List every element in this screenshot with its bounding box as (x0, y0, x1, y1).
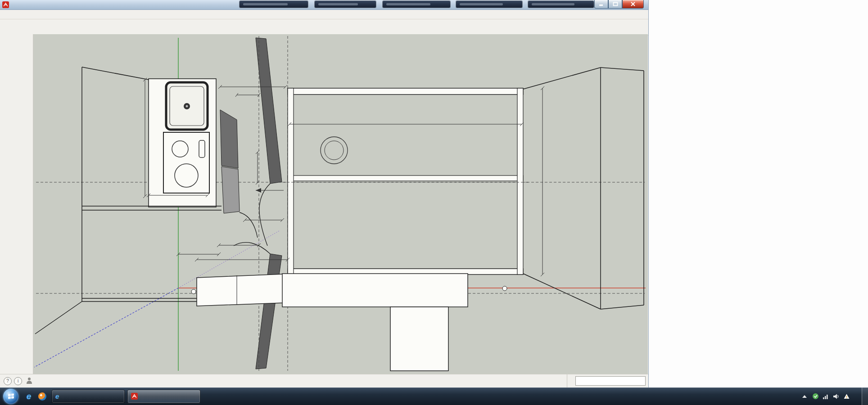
menu-bar (0, 10, 648, 19)
close-button[interactable] (622, 0, 644, 9)
background-window-tab (528, 1, 594, 8)
bed-frame (288, 88, 523, 274)
windows-flag-icon (8, 393, 14, 399)
menu-tools[interactable] (33, 14, 40, 15)
browser-icon[interactable] (36, 390, 48, 403)
speaker-cabinet (163, 82, 209, 193)
menu-camera[interactable] (21, 14, 27, 15)
measurement-input[interactable] (575, 376, 646, 386)
viewport[interactable] (33, 34, 648, 374)
menu-window[interactable] (40, 14, 46, 15)
system-tray (799, 387, 868, 405)
section-guide-lines (36, 36, 645, 371)
taskbar-button-forum[interactable]: e (52, 390, 125, 403)
wall-panels (220, 38, 282, 369)
taskbar: e e (0, 387, 868, 405)
show-desktop-button[interactable] (862, 387, 868, 405)
sketchup-window: ? i (0, 0, 649, 387)
maximize-button[interactable] (608, 0, 622, 9)
menu-draw[interactable] (27, 14, 33, 15)
hidden-icons-arrow[interactable] (802, 395, 807, 398)
background-window-tab (456, 1, 522, 8)
desktop: ? i e e (0, 0, 868, 405)
info-icon[interactable]: i (14, 377, 22, 385)
drawing-canvas (33, 34, 648, 374)
tool-palette (0, 34, 33, 374)
right-wall-lines (523, 68, 644, 309)
bottom-furniture (191, 274, 507, 371)
antivirus-icon[interactable] (812, 393, 819, 400)
minimize-button[interactable] (594, 0, 608, 9)
help-icon[interactable]: ? (4, 377, 12, 385)
background-window-tab (240, 1, 308, 8)
user-icon[interactable] (26, 378, 32, 384)
menu-file[interactable] (2, 14, 8, 15)
volume-icon[interactable] (833, 393, 840, 400)
background-window-tab (383, 1, 450, 8)
network-icon[interactable] (823, 393, 829, 400)
browser-tab-icon: e (55, 392, 59, 400)
menu-view[interactable] (14, 14, 21, 15)
background-window (648, 0, 868, 387)
start-button[interactable] (3, 389, 18, 404)
menu-edit[interactable] (8, 14, 14, 15)
menu-help[interactable] (46, 14, 52, 15)
model-axes (34, 38, 646, 371)
title-bar[interactable] (0, 0, 648, 10)
ie-icon[interactable]: e (23, 390, 35, 403)
action-center-icon[interactable] (843, 393, 850, 400)
background-window-tab (315, 1, 376, 8)
status-bar: ? i (0, 374, 648, 387)
sketchup-taskbar-icon (131, 393, 138, 400)
sketchup-logo-icon (2, 1, 9, 8)
main-toolbar (0, 19, 648, 36)
taskbar-button-sketchup[interactable] (127, 390, 200, 403)
